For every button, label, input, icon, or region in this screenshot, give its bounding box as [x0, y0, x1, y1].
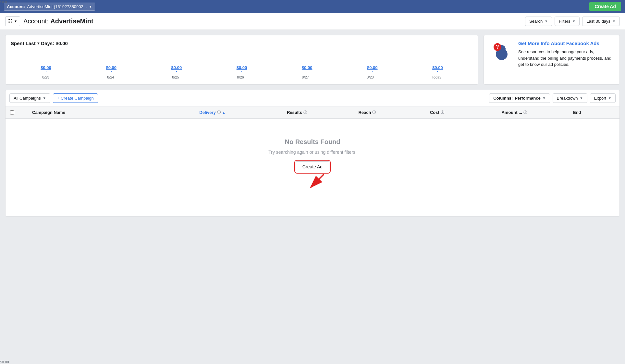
table-header: Campaign Name Delivery ⓘ ▲ Results ⓘ Rea…	[6, 106, 619, 119]
filters-button[interactable]: Filters ▼	[555, 17, 580, 26]
chart-col-6: $0.00	[405, 65, 470, 72]
svg-line-5	[311, 174, 324, 187]
campaigns-section: All Campaigns ▼ + Create Campaign Column…	[5, 90, 620, 217]
spending-card: Spent Last 7 Days: $0.00 $0.01 $0.00 $0.…	[5, 35, 478, 85]
bar-value-3: $0.00	[237, 65, 247, 70]
chevron-down-icon: ▼	[89, 5, 92, 8]
date-range-button[interactable]: Last 30 days ▼	[582, 17, 620, 26]
empty-state: No Results Found Try searching again or …	[6, 119, 619, 216]
info-card-description: See resources to help manage your ads, u…	[518, 49, 613, 68]
bar-date-5: 8/28	[367, 75, 374, 79]
chart-col-0: $0.00	[13, 65, 79, 72]
bar-value-2: $0.00	[171, 65, 182, 70]
empty-title: No Results Found	[285, 138, 340, 146]
bar-value-5: $0.00	[367, 65, 378, 70]
red-arrow-annotation	[304, 171, 330, 190]
create-campaign-button[interactable]: + Create Campaign	[53, 93, 98, 103]
columns-button[interactable]: Columns: Performance ▼	[489, 93, 550, 103]
chart-col-4: $0.00	[275, 65, 340, 72]
bar-value-0: $0.00	[41, 65, 51, 70]
bar-value-1: $0.00	[106, 65, 116, 70]
cost-label: Cost	[430, 110, 439, 115]
reach-info-icon[interactable]: ⓘ	[372, 110, 376, 115]
columns-label: Columns:	[493, 96, 513, 101]
main-content: Spent Last 7 Days: $0.00 $0.01 $0.00 $0.…	[0, 30, 625, 222]
chevron-down-icon: ▼	[608, 96, 611, 100]
results-label: Results	[287, 110, 302, 115]
chevron-down-icon: ▼	[580, 96, 583, 100]
th-reach[interactable]: Reach ⓘ	[354, 110, 426, 115]
th-results[interactable]: Results ⓘ	[283, 110, 355, 115]
sub-header: ☷ ▼ Account: AdvertiseMint Search ▼ Filt…	[0, 13, 625, 30]
th-delivery[interactable]: Delivery ⓘ ▲	[195, 110, 283, 115]
th-amount[interactable]: Amount ... ⓘ	[497, 110, 569, 115]
top-bar: Account: AdvertiseMint (161927380902... …	[0, 0, 625, 13]
chart-col-5: $0.00	[340, 65, 405, 72]
chevron-down-icon: ▼	[612, 19, 616, 23]
delivery-info-icon[interactable]: ⓘ	[217, 110, 221, 115]
spending-title: Spent Last 7 Days: $0.00	[11, 41, 473, 46]
account-name: AdvertiseMint (161927380902...	[27, 4, 87, 9]
amount-info-icon[interactable]: ⓘ	[523, 110, 527, 115]
all-campaigns-label: All Campaigns	[14, 96, 41, 101]
empty-subtitle: Try searching again or using different f…	[268, 150, 357, 155]
create-ad-top-button[interactable]: Create Ad	[589, 2, 621, 11]
chevron-down-icon: ▼	[43, 96, 46, 100]
bar-date-0: 8/23	[42, 75, 49, 79]
bar-date-1: 8/24	[107, 75, 114, 79]
bar-value-6: $0.00	[432, 65, 443, 70]
campaigns-toolbar-right: Columns: Performance ▼ Breakdown ▼ Expor…	[489, 93, 616, 103]
breakdown-label: Breakdown	[557, 96, 578, 101]
bar-value-4: $0.00	[302, 65, 312, 70]
export-label: Export	[594, 96, 607, 101]
info-text: Get More Info About Facebook Ads See res…	[518, 41, 613, 68]
bar-date-4: 8/27	[302, 75, 309, 79]
chevron-down-icon: ▼	[545, 19, 548, 23]
all-campaigns-button[interactable]: All Campaigns ▼	[9, 93, 50, 103]
account-selector[interactable]: Account: AdvertiseMint (161927380902... …	[4, 3, 95, 11]
chart-col-1: $0.00	[79, 65, 144, 72]
results-info-icon[interactable]: ⓘ	[303, 110, 307, 115]
arrow-container: Create Ad	[295, 159, 330, 190]
bar-date-6: Today	[432, 75, 441, 79]
chart-col-3: $0.00	[209, 65, 274, 72]
stats-row: Spent Last 7 Days: $0.00 $0.01 $0.00 $0.…	[5, 35, 620, 85]
info-card: ? Get More Info About Facebook Ads See r…	[484, 35, 620, 85]
columns-value: Performance	[515, 96, 540, 101]
campaigns-toolbar-left: All Campaigns ▼ + Create Campaign	[9, 93, 98, 103]
reach-label: Reach	[358, 110, 371, 115]
fb-ads-icon: ?	[490, 41, 513, 63]
search-label: Search	[529, 19, 543, 24]
th-campaign-name: Campaign Name	[28, 110, 195, 115]
th-cost[interactable]: Cost ⓘ	[426, 110, 498, 115]
page-title: Account: AdvertiseMint	[23, 18, 93, 25]
sub-header-right: Search ▼ Filters ▼ Last 30 days ▼	[525, 17, 620, 26]
date-range-label: Last 30 days	[586, 19, 610, 24]
chart-col-2: $0.00	[144, 65, 209, 72]
search-button[interactable]: Search ▼	[525, 17, 552, 26]
create-ad-empty-button[interactable]: Create Ad	[296, 161, 329, 172]
svg-text:?: ?	[496, 44, 499, 50]
bar-date-2: 8/25	[172, 75, 179, 79]
chevron-down-icon: ▼	[14, 19, 17, 23]
bar-date-3: 8/26	[237, 75, 244, 79]
delivery-label: Delivery	[199, 110, 216, 115]
sort-up-icon: ▲	[222, 111, 226, 115]
chevron-down-icon: ▼	[572, 19, 575, 23]
amount-label: Amount ...	[501, 110, 522, 115]
cost-info-icon[interactable]: ⓘ	[441, 110, 444, 115]
export-button[interactable]: Export ▼	[590, 93, 616, 103]
sub-header-left: ☷ ▼ Account: AdvertiseMint	[5, 16, 93, 26]
breakdown-button[interactable]: Breakdown ▼	[553, 93, 587, 103]
chevron-down-icon: ▼	[543, 96, 546, 100]
campaigns-toolbar: All Campaigns ▼ + Create Campaign Column…	[6, 90, 619, 106]
filters-label: Filters	[559, 19, 570, 24]
info-card-title: Get More Info About Facebook Ads	[518, 41, 613, 46]
y-label-top: $0.01	[0, 0, 12, 4]
y-axis-labels: $0.01 $0.00	[0, 0, 12, 222]
th-end: End	[569, 110, 619, 115]
